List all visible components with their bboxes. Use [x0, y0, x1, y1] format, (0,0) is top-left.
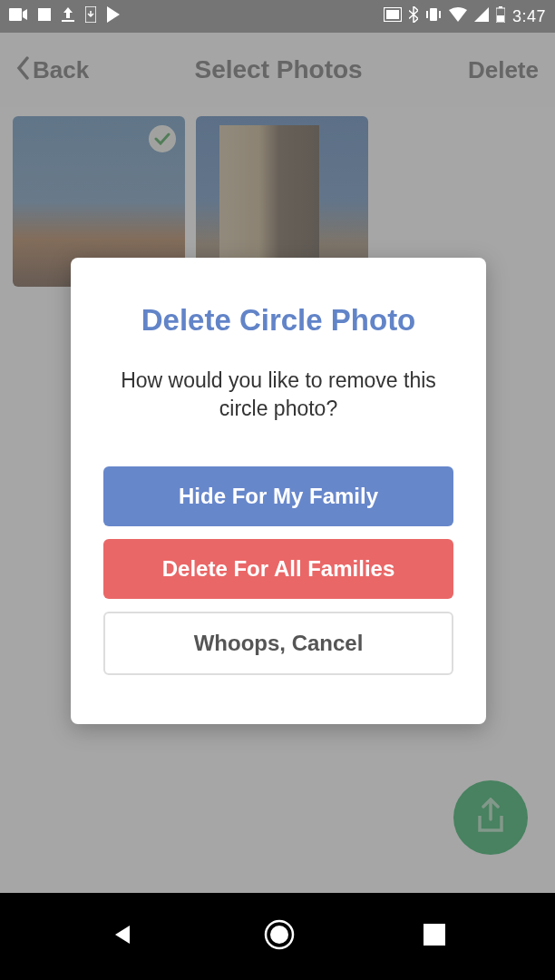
svg-rect-2 — [62, 20, 74, 22]
svg-point-13 — [270, 926, 288, 944]
page-title: Select Photos — [194, 55, 362, 84]
bluetooth-icon — [409, 6, 418, 27]
svg-rect-0 — [9, 8, 22, 21]
back-label: Back — [33, 56, 89, 84]
nav-recents-icon[interactable] — [424, 924, 445, 949]
status-time: 3:47 — [512, 7, 546, 26]
back-button[interactable]: Back — [16, 56, 89, 84]
status-left-icons — [9, 6, 122, 26]
video-icon — [9, 8, 27, 24]
status-right-icons: 3:47 — [384, 6, 546, 27]
delete-photo-modal: Delete Circle Photo How would you like t… — [71, 258, 486, 724]
status-bar: 3:47 — [0, 0, 555, 33]
cancel-button[interactable]: Whoops, Cancel — [103, 612, 453, 675]
chevron-left-icon — [16, 56, 31, 83]
signal-icon — [474, 7, 489, 26]
download-phone-icon — [85, 6, 96, 26]
android-nav-bar — [0, 893, 555, 980]
stop-icon — [38, 8, 51, 24]
wifi-icon — [449, 7, 467, 26]
nav-home-icon[interactable] — [264, 919, 295, 954]
svg-rect-14 — [424, 924, 445, 946]
upload-icon — [62, 7, 74, 25]
delete-button[interactable]: Delete — [468, 56, 539, 84]
selected-check-icon — [149, 125, 176, 152]
app-header: Back Select Photos Delete — [0, 33, 555, 107]
play-store-icon — [107, 6, 122, 26]
svg-rect-11 — [497, 15, 504, 22]
upload-fab[interactable] — [453, 780, 528, 855]
share-icon — [474, 798, 507, 838]
modal-message: How would you like to remove this circle… — [103, 367, 453, 423]
svg-rect-5 — [386, 10, 399, 19]
delete-all-families-button[interactable]: Delete For All Families — [103, 539, 453, 599]
svg-rect-6 — [430, 8, 437, 21]
modal-title: Delete Circle Photo — [103, 303, 453, 338]
vibrate-icon — [425, 7, 442, 26]
battery-icon — [496, 6, 505, 27]
svg-rect-1 — [38, 8, 51, 21]
nav-back-icon[interactable] — [110, 922, 135, 951]
cast-icon — [384, 7, 402, 26]
hide-for-family-button[interactable]: Hide For My Family — [103, 466, 453, 526]
